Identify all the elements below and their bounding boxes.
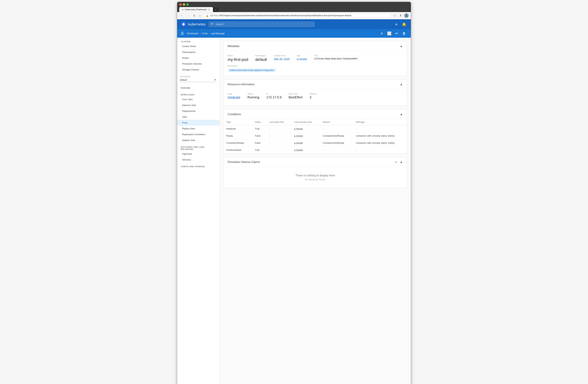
annotation-link[interactable]: kubectl.kubernetes.io/last-applied-confi…	[228, 68, 276, 72]
close-traffic-light[interactable]	[179, 3, 182, 6]
breadcrumb-sep-2: ›	[209, 32, 210, 35]
sidebar-item-storage-classes[interactable]: Storage Classes	[177, 67, 219, 73]
conditions-table: Type Status Last probe time Last transit…	[223, 119, 407, 153]
profile-avatar[interactable]: 👤	[404, 13, 409, 18]
delete-button[interactable]: 🗑	[401, 30, 407, 37]
app-title: kubernetes	[188, 22, 206, 26]
meta-node: Node minikube	[228, 93, 240, 99]
pvc-empty-title: There is nothing to display here	[227, 174, 403, 177]
resource-info-toggle[interactable]: ▲	[400, 82, 403, 86]
minimize-traffic-light[interactable]	[183, 3, 185, 6]
meta-namespace: Namespace default	[255, 55, 267, 62]
table-cell-1-2[interactable]: -	[266, 132, 291, 140]
metadata-card: Metadata ▲ Name my-first-pod Namespace d…	[223, 41, 407, 76]
namespace-selector: Namespace default kube-system kube-publi…	[177, 74, 219, 83]
conditions-toggle[interactable]: ▲	[400, 112, 403, 116]
sidebar-item-stateful-sets[interactable]: Stateful Sets	[177, 137, 219, 143]
table-cell-0-5: -	[353, 125, 407, 132]
table-cell-3-4: -	[320, 146, 353, 154]
search-input[interactable]	[216, 23, 312, 26]
close-tab-icon[interactable]: ✕	[208, 8, 210, 11]
conditions-title: Conditions	[228, 113, 241, 116]
bookmark-button[interactable]: ☆	[392, 13, 397, 18]
table-cell-1-5: containers with unready status: [hello]	[353, 132, 407, 140]
maximize-traffic-light[interactable]	[186, 3, 189, 6]
pvc-title: Persistent Volume Claims	[228, 161, 260, 164]
resource-info-card: Resource information ▲ Node minikube Sta…	[223, 80, 407, 106]
conditions-header-row: Type Status Last probe time Last transit…	[223, 119, 407, 125]
app-header: kubernetes 🔍 + 🔔	[177, 19, 411, 29]
meta-namespace-value: default	[255, 57, 267, 62]
meta-age-value[interactable]: a minute	[297, 57, 307, 60]
sidebar-item-persistent-volumes[interactable]: Persistent Volumes	[177, 61, 219, 67]
meta-uid: UID 1757e3e2-69a9-4b0d-9a3c-704d4cb49597	[314, 55, 358, 62]
metadata-grid: Name my-first-pod Namespace default Crea…	[228, 55, 403, 62]
sidebar-item-daemon-sets[interactable]: Daemon Sets	[177, 102, 219, 108]
sidebar-item-namespaces[interactable]: Namespaces	[177, 49, 219, 55]
header-actions: + 🔔	[393, 21, 407, 27]
table-cell-2-0: ContainersReady	[223, 140, 252, 146]
resource-grid: Node minikube Status Running IP 172.17.0…	[228, 93, 403, 99]
meta-qos: QoS Class BestEffort	[289, 93, 302, 99]
table-cell-2-1: False	[252, 140, 266, 146]
table-row: PodScheduledTrue-a minute--	[223, 146, 407, 154]
table-cell-2-3[interactable]: a minute	[291, 140, 320, 146]
meta-ip-value: 172.17.0.9	[266, 96, 281, 99]
add-button[interactable]: +	[393, 21, 399, 27]
table-cell-3-2[interactable]: -	[266, 146, 291, 154]
col-probe: Last probe time	[266, 119, 291, 125]
active-tab[interactable]: ⎈ Kubernetes Dashboard ✕	[179, 7, 213, 12]
pvc-toggle[interactable]: ▲	[400, 160, 403, 164]
sidebar-item-replica-sets[interactable]: Replica Sets	[177, 126, 219, 131]
yaml-button[interactable]: ⬜	[386, 30, 392, 37]
sidebar-item-ingresses[interactable]: Ingresses	[177, 151, 219, 157]
table-cell-3-0: PodScheduled	[223, 146, 252, 154]
breadcrumb-workloads[interactable]: Workloads	[187, 32, 198, 35]
table-cell-3-3[interactable]: a minute	[291, 146, 320, 154]
reload-button[interactable]: ↻	[192, 14, 196, 18]
menu-icon[interactable]: ☰	[181, 31, 184, 36]
meta-restarts-value: 3	[310, 96, 317, 99]
url-bar[interactable]: 🔒 127.0.0.1:64514/api/v1/namespaces/kube…	[203, 13, 391, 18]
table-cell-1-1: False	[252, 132, 266, 140]
table-cell-0-3[interactable]: a minute	[291, 125, 320, 132]
sidebar-item-cron-jobs[interactable]: Cron Jobs	[177, 97, 219, 102]
metadata-toggle[interactable]: ▲	[400, 44, 403, 48]
table-cell-0-2[interactable]: -	[266, 125, 291, 132]
edit-button[interactable]: ✏	[394, 30, 400, 37]
table-row: InitializedTrue-a minute--	[223, 125, 407, 132]
table-cell-1-3[interactable]: a minute	[291, 132, 320, 140]
sidebar-item-services[interactable]: Services	[177, 157, 219, 163]
home-button[interactable]: ⌂	[198, 14, 202, 18]
breadcrumb-actions: ≡ ⬜ ✏ 🗑	[378, 30, 407, 37]
search-bar[interactable]: 🔍	[209, 21, 315, 27]
meta-node-value[interactable]: minikube	[228, 96, 240, 99]
filter-icon[interactable]: ≡	[395, 160, 397, 164]
forward-button[interactable]: →	[186, 14, 191, 18]
notifications-button[interactable]: 🔔	[401, 21, 407, 27]
col-type: Type	[223, 119, 252, 125]
col-status: Status	[252, 119, 266, 125]
col-reason: Reason	[320, 119, 353, 125]
sidebar-item-replication-controllers[interactable]: Replication Controllers	[177, 131, 219, 137]
new-tab-button[interactable]: +	[213, 7, 218, 12]
account-button[interactable]: ⬇	[398, 13, 403, 18]
sidebar-item-overview[interactable]: Overview	[177, 85, 219, 91]
list-view-button[interactable]: ≡	[378, 30, 385, 37]
sidebar-item-nodes[interactable]: Nodes	[177, 55, 219, 61]
sidebar-item-jobs[interactable]: Jobs	[177, 114, 219, 120]
sidebar-item-cluster-roles[interactable]: Cluster Roles	[177, 43, 219, 49]
meta-uid-value: 1757e3e2-69a9-4b0d-9a3c-704d4cb49597	[314, 57, 358, 60]
table-cell-2-2[interactable]: -	[266, 140, 291, 146]
sidebar-item-pods[interactable]: Pods	[177, 120, 219, 126]
namespace-select[interactable]: default kube-system kube-public	[180, 78, 217, 82]
table-cell-0-0: Initialized	[223, 125, 252, 132]
pvc-header: Persistent Volume Claims ≡ ▲	[223, 157, 407, 167]
breadcrumb-pods[interactable]: Pods	[202, 32, 208, 35]
meta-creation-value[interactable]: Mar 30, 2020	[274, 57, 290, 60]
back-button[interactable]: ←	[179, 14, 184, 18]
annotations-label: Annotations	[228, 65, 403, 67]
metadata-body: Name my-first-pod Namespace default Crea…	[223, 51, 407, 76]
discovery-section-header: Discovery and Load Balancing	[177, 143, 219, 151]
sidebar-item-deployments[interactable]: Deployments	[177, 108, 219, 114]
